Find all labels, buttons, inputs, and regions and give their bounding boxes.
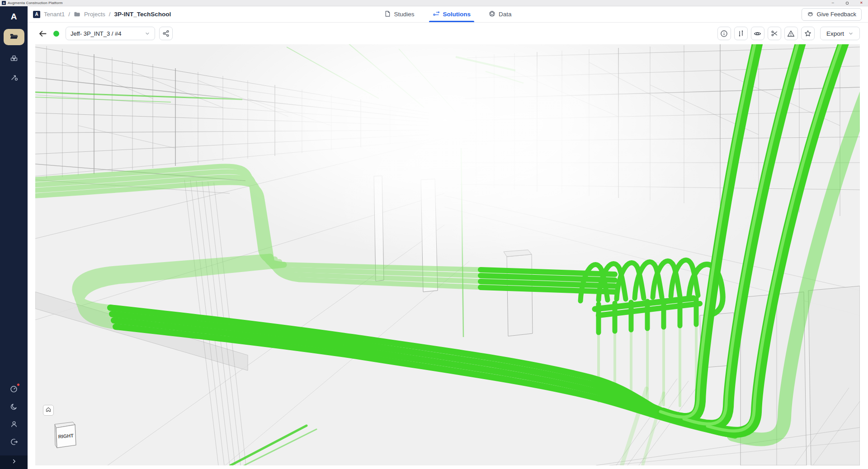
breadcrumb-section[interactable]: Projects xyxy=(84,11,105,18)
app-logo-mini: A xyxy=(2,1,6,5)
export-button[interactable]: Export xyxy=(820,27,860,40)
close-button[interactable]: × xyxy=(860,1,863,5)
sphere-icon xyxy=(489,10,495,19)
view-cube[interactable]: RIGHT xyxy=(52,421,81,451)
window-title: Augmenta Construction Platform xyxy=(8,1,63,5)
window-titlebar: A Augmenta Construction Platform – × xyxy=(0,0,868,6)
view-cube-label: RIGHT xyxy=(58,433,74,439)
chevron-down-icon xyxy=(145,31,150,36)
tab-label: Studies xyxy=(394,11,414,18)
notification-dot xyxy=(17,383,20,386)
minimize-button[interactable]: – xyxy=(832,1,834,5)
solution-toolbar: Jeff- 3P_INT_3 / #4 xyxy=(28,23,868,44)
model-scene xyxy=(35,44,860,465)
export-label: Export xyxy=(826,30,844,37)
eye-button[interactable] xyxy=(751,27,764,40)
sidebar-logo: A xyxy=(11,12,17,22)
sidebar-item-status[interactable] xyxy=(9,385,18,395)
measure-button[interactable] xyxy=(734,27,748,40)
blocks-icon xyxy=(10,54,18,64)
solution-status-dot xyxy=(53,31,59,37)
back-button[interactable] xyxy=(38,29,47,38)
vector-icon xyxy=(10,73,18,83)
sidebar: A xyxy=(0,6,28,469)
sidebar-expand-button[interactable] xyxy=(0,455,28,469)
sidebar-item-dark-mode[interactable] xyxy=(10,403,18,413)
home-view-button[interactable] xyxy=(43,405,54,416)
sidebar-item-projects[interactable] xyxy=(4,29,24,45)
nav-tabs: Studies Solutions xyxy=(383,6,512,22)
home-icon xyxy=(45,406,52,414)
document-icon xyxy=(384,10,391,19)
share-button[interactable] xyxy=(159,27,173,40)
feedback-label: Give Feedback xyxy=(817,11,856,18)
tab-label: Solutions xyxy=(443,11,471,18)
sidebar-item-routing[interactable] xyxy=(10,73,18,83)
route-icon xyxy=(433,10,440,19)
scissors-button[interactable] xyxy=(768,27,781,40)
give-feedback-button[interactable]: Give Feedback xyxy=(802,8,862,21)
sidebar-item-logout[interactable] xyxy=(10,438,18,448)
top-navbar: A Tenant1 / Projects / 3P-INT_TechSchool xyxy=(28,6,868,23)
sidebar-item-profile[interactable] xyxy=(10,420,18,430)
tab-studies[interactable]: Studies xyxy=(383,6,415,22)
chevron-right-icon xyxy=(11,458,17,466)
tab-data[interactable]: Data xyxy=(488,6,513,22)
moon-icon xyxy=(10,403,18,413)
logout-icon xyxy=(10,438,18,448)
breadcrumb-separator: / xyxy=(68,11,70,18)
breadcrumb-project[interactable]: 3P-INT_TechSchool xyxy=(114,11,171,18)
tab-solutions[interactable]: Solutions xyxy=(432,6,472,22)
bug-icon xyxy=(807,10,814,19)
maximize-button[interactable] xyxy=(846,2,849,5)
tenant-logo: A xyxy=(33,11,40,18)
breadcrumb-tenant[interactable]: Tenant1 xyxy=(44,11,65,18)
3d-viewport[interactable]: RIGHT xyxy=(35,44,860,465)
folder-icon xyxy=(74,11,80,18)
chevron-down-icon xyxy=(848,31,854,36)
warning-button[interactable] xyxy=(784,27,798,40)
folder-open-icon xyxy=(9,32,19,42)
breadcrumb: A Tenant1 / Projects / 3P-INT_TechSchool xyxy=(33,11,171,18)
tab-label: Data xyxy=(499,11,512,18)
favorite-button[interactable] xyxy=(801,27,815,40)
info-button[interactable] xyxy=(717,27,731,40)
breadcrumb-separator: / xyxy=(109,11,111,18)
solution-name: Jeff- 3P_INT_3 / #4 xyxy=(71,30,122,37)
person-icon xyxy=(10,420,18,430)
solution-selector[interactable]: Jeff- 3P_INT_3 / #4 xyxy=(66,27,155,40)
sidebar-item-modules[interactable] xyxy=(10,54,18,64)
gauge-alert-icon xyxy=(9,385,18,395)
